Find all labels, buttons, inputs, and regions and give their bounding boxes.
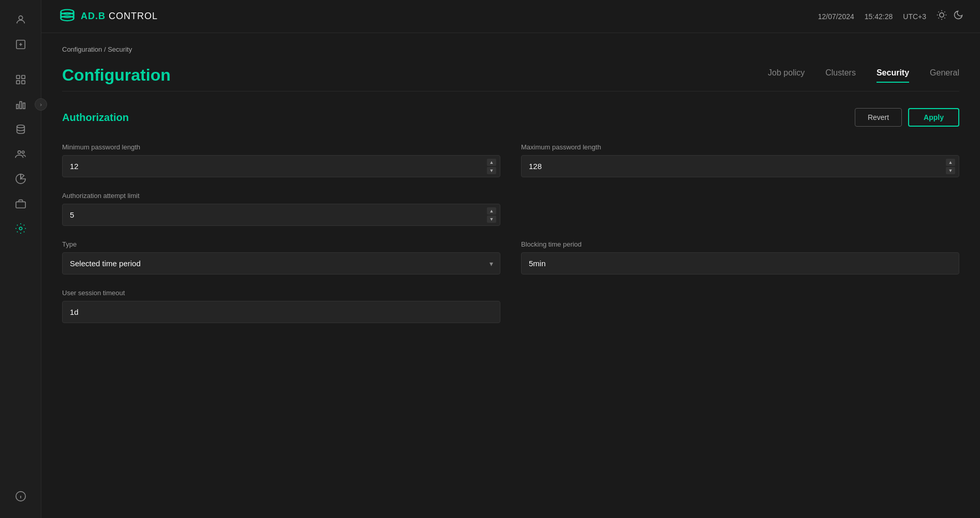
logo-icon <box>58 7 77 26</box>
logo-text: AD.B CONTROL <box>81 11 158 22</box>
sidebar-item-settings[interactable] <box>9 217 32 240</box>
auth-attempt-input[interactable] <box>62 204 500 226</box>
svg-point-14 <box>19 227 22 230</box>
breadcrumb-parent: Configuration <box>62 45 102 53</box>
revert-button[interactable]: Revert <box>855 108 902 127</box>
topbar: AD.B CONTROL 12/07/2024 15:42:28 UTC+3 <box>41 0 980 33</box>
section-header: Authorization Revert Apply <box>62 108 959 127</box>
topbar-right: 12/07/2024 15:42:28 UTC+3 <box>818 10 963 23</box>
sidebar-item-chart[interactable] <box>9 93 32 116</box>
svg-rect-8 <box>23 103 25 109</box>
auth-attempt-row: Authorization attempt limit ▲ ▼ <box>62 192 500 226</box>
type-label: Type <box>62 240 500 248</box>
logo: AD.B CONTROL <box>58 7 158 26</box>
svg-rect-12 <box>16 202 25 208</box>
page-header: Configuration Job policy Clusters Securi… <box>62 66 959 85</box>
type-select[interactable]: Selected time period Permanent <box>62 252 500 275</box>
blocking-input[interactable] <box>521 252 959 275</box>
min-password-group: Minimum password length ▲ ▼ <box>62 143 500 177</box>
svg-rect-7 <box>20 102 22 109</box>
user-profile-icon[interactable] <box>953 10 963 23</box>
session-group: User session timeout <box>62 289 500 323</box>
breadcrumb-current: Security <box>108 45 132 53</box>
sidebar-item-briefcase[interactable] <box>9 192 32 215</box>
tab-general[interactable]: General <box>930 68 959 83</box>
tab-clusters[interactable]: Clusters <box>825 68 856 83</box>
sidebar-item-dashboard[interactable] <box>9 68 32 91</box>
section-actions: Revert Apply <box>855 108 959 127</box>
sidebar-item-export[interactable] <box>9 33 32 56</box>
sidebar-item-info[interactable] <box>9 485 32 508</box>
svg-point-21 <box>940 13 944 17</box>
min-password-spinner: ▲ ▼ <box>487 159 496 174</box>
sidebar-item-team[interactable] <box>9 143 32 165</box>
svg-line-28 <box>939 18 939 18</box>
svg-point-20 <box>61 16 73 21</box>
blocking-group: Blocking time period <box>521 240 959 275</box>
session-label: User session timeout <box>62 289 500 297</box>
auth-attempt-label: Authorization attempt limit <box>62 192 500 200</box>
max-password-label: Maximum password length <box>521 143 959 151</box>
password-length-row: Minimum password length ▲ ▼ Maximum pass… <box>62 143 959 177</box>
session-input-wrapper <box>62 301 500 323</box>
type-select-wrapper: Selected time period Permanent ▾ <box>62 252 500 275</box>
logo-product: CONTROL <box>106 11 158 21</box>
content-area: Configuration / Security Configuration J… <box>41 33 980 518</box>
section-title: Authorization <box>62 112 129 124</box>
header-divider <box>62 91 959 92</box>
tab-job-policy[interactable]: Job policy <box>768 68 805 83</box>
svg-point-0 <box>19 16 22 20</box>
min-password-input[interactable] <box>62 155 500 177</box>
svg-point-9 <box>17 125 24 128</box>
blocking-label: Blocking time period <box>521 240 959 248</box>
svg-rect-3 <box>21 75 24 79</box>
tab-security[interactable]: Security <box>877 68 909 83</box>
max-password-group: Maximum password length ▲ ▼ <box>521 143 959 177</box>
authorization-section: Authorization Revert Apply Minimum passw… <box>62 108 959 323</box>
svg-line-24 <box>939 12 939 12</box>
max-password-input-wrapper: ▲ ▼ <box>521 155 959 177</box>
min-password-input-wrapper: ▲ ▼ <box>62 155 500 177</box>
topbar-time: 15:42:28 <box>865 12 893 21</box>
min-password-down[interactable]: ▼ <box>487 167 496 174</box>
main-content: AD.B CONTROL 12/07/2024 15:42:28 UTC+3 <box>41 0 980 518</box>
sidebar-item-user[interactable] <box>9 8 32 31</box>
tabs: Job policy Clusters Security General <box>768 68 959 83</box>
svg-rect-4 <box>16 81 19 84</box>
type-group: Type Selected time period Permanent ▾ <box>62 240 500 275</box>
max-password-input[interactable] <box>521 155 959 177</box>
session-input[interactable] <box>62 301 500 323</box>
logo-brand: AD.B <box>81 11 106 21</box>
blocking-input-wrapper <box>521 252 959 275</box>
topbar-icons <box>937 10 963 23</box>
min-password-up[interactable]: ▲ <box>487 159 496 166</box>
svg-line-29 <box>944 12 945 12</box>
max-password-spinner: ▲ ▼ <box>946 159 955 174</box>
auth-attempt-spinner: ▲ ▼ <box>487 207 496 223</box>
sidebar-collapse-toggle[interactable]: › <box>35 98 47 111</box>
sidebar-item-database[interactable] <box>9 118 32 141</box>
min-password-label: Minimum password length <box>62 143 500 151</box>
topbar-date: 12/07/2024 <box>818 12 854 21</box>
type-blocking-row: Type Selected time period Permanent ▾ Bl… <box>62 240 959 275</box>
breadcrumb: Configuration / Security <box>62 45 959 53</box>
page-title: Configuration <box>62 66 171 85</box>
svg-rect-6 <box>16 104 18 109</box>
auth-attempt-down[interactable]: ▼ <box>487 216 496 223</box>
svg-line-25 <box>944 18 945 18</box>
max-password-up[interactable]: ▲ <box>946 159 955 166</box>
auth-attempt-input-wrapper: ▲ ▼ <box>62 204 500 226</box>
sidebar: › <box>0 0 41 518</box>
sidebar-item-pie[interactable] <box>9 167 32 190</box>
session-timeout-row: User session timeout <box>62 289 500 323</box>
theme-toggle-icon[interactable] <box>937 10 947 23</box>
svg-rect-2 <box>16 75 19 79</box>
auth-attempt-up[interactable]: ▲ <box>487 207 496 215</box>
svg-point-10 <box>18 151 21 154</box>
breadcrumb-separator: / <box>102 45 108 53</box>
max-password-down[interactable]: ▼ <box>946 167 955 174</box>
apply-button[interactable]: Apply <box>908 108 959 127</box>
svg-point-11 <box>22 151 24 154</box>
topbar-timezone: UTC+3 <box>903 12 926 21</box>
svg-rect-5 <box>21 81 24 84</box>
